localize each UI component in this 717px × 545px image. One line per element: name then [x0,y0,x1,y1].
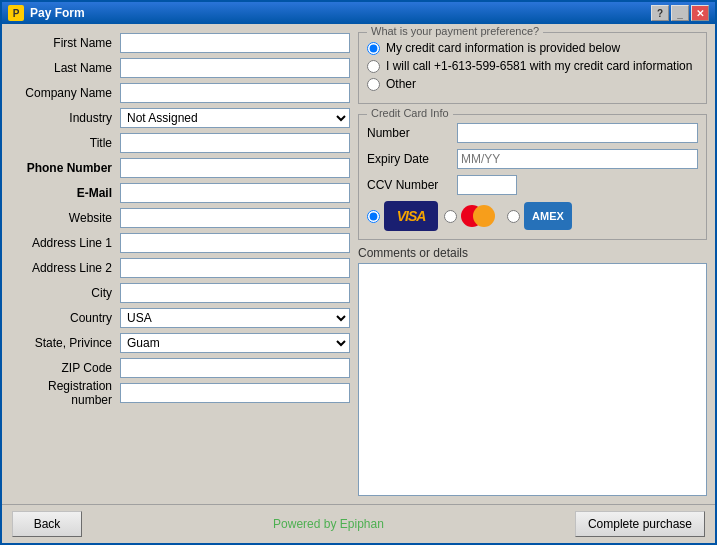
payment-option-3-label: Other [386,77,416,91]
mc-circle-right-icon [473,205,495,227]
first-name-input[interactable] [120,33,350,53]
visa-option: VISA [367,201,438,231]
payment-option-2-row: I will call +1-613-599-6581 with my cred… [367,59,698,73]
help-button[interactable]: ? [651,5,669,21]
first-name-row: First Name [10,32,350,54]
phone-label: Phone Number [10,161,120,175]
cc-ccv-row: CCV Number [367,175,698,195]
city-label: City [10,286,120,300]
payment-preference-group: What is your payment preference? My cred… [358,32,707,104]
title-row: Title [10,132,350,154]
footer: Back Powered by Epiphan Complete purchas… [2,504,715,543]
reg-num-input[interactable] [120,383,350,403]
reg-num-row: Registration number [10,382,350,404]
country-select[interactable]: USA [120,308,350,328]
website-input[interactable] [120,208,350,228]
payment-option-3-row: Other [367,77,698,91]
last-name-row: Last Name [10,57,350,79]
pay-form-window: P Pay Form ? _ ✕ First Name Last Name Co… [0,0,717,545]
state-select[interactable]: Guam [120,333,350,353]
back-button[interactable]: Back [12,511,82,537]
complete-purchase-button[interactable]: Complete purchase [575,511,705,537]
state-row: State, Privince Guam [10,332,350,354]
main-content: First Name Last Name Company Name Indust… [2,24,715,504]
company-name-row: Company Name [10,82,350,104]
country-label: Country [10,311,120,325]
amex-logo: AMEX [524,202,572,230]
phone-input[interactable] [120,158,350,178]
cc-expiry-label: Expiry Date [367,152,457,166]
card-options: VISA AMEX [367,201,698,231]
company-name-label: Company Name [10,86,120,100]
payment-radio-3[interactable] [367,78,380,91]
cc-number-label: Number [367,126,457,140]
comments-textarea[interactable] [358,263,707,496]
comments-label: Comments or details [358,246,707,260]
address1-input[interactable] [120,233,350,253]
address1-row: Address Line 1 [10,232,350,254]
website-row: Website [10,207,350,229]
reg-num-label: Registration number [10,379,120,407]
powered-by-label: Powered by Epiphan [273,517,384,531]
payment-radio-1[interactable] [367,42,380,55]
visa-logo: VISA [384,201,438,231]
zip-input[interactable] [120,358,350,378]
mastercard-option [444,202,501,230]
last-name-input[interactable] [120,58,350,78]
cc-expiry-row: Expiry Date [367,149,698,169]
cc-ccv-input[interactable] [457,175,517,195]
city-row: City [10,282,350,304]
payment-pref-question: What is your payment preference? [367,25,543,37]
window-title: Pay Form [30,6,651,20]
zip-label: ZIP Code [10,361,120,375]
titlebar-buttons: ? _ ✕ [651,5,709,21]
close-button[interactable]: ✕ [691,5,709,21]
credit-card-group: Credit Card Info Number Expiry Date CCV … [358,114,707,240]
amex-radio[interactable] [507,210,520,223]
window-icon: P [8,5,24,21]
industry-label: Industry [10,111,120,125]
payment-option-1-label: My credit card information is provided b… [386,41,620,55]
email-label: E-Mail [10,186,120,200]
cc-number-input[interactable] [457,123,698,143]
zip-row: ZIP Code [10,357,350,379]
company-name-input[interactable] [120,83,350,103]
left-panel: First Name Last Name Company Name Indust… [10,32,350,496]
titlebar: P Pay Form ? _ ✕ [2,2,715,24]
comments-group: Comments or details [358,246,707,496]
website-label: Website [10,211,120,225]
industry-select[interactable]: Not Assigned [120,108,350,128]
payment-option-1-row: My credit card information is provided b… [367,41,698,55]
amex-option: AMEX [507,202,572,230]
address1-label: Address Line 1 [10,236,120,250]
title-input[interactable] [120,133,350,153]
title-label: Title [10,136,120,150]
cc-expiry-input[interactable] [457,149,698,169]
minimize-button[interactable]: _ [671,5,689,21]
payment-option-2-label: I will call +1-613-599-6581 with my cred… [386,59,692,73]
address2-row: Address Line 2 [10,257,350,279]
address2-input[interactable] [120,258,350,278]
email-input[interactable] [120,183,350,203]
address2-label: Address Line 2 [10,261,120,275]
city-input[interactable] [120,283,350,303]
visa-radio[interactable] [367,210,380,223]
last-name-label: Last Name [10,61,120,75]
mastercard-radio[interactable] [444,210,457,223]
first-name-label: First Name [10,36,120,50]
phone-row: Phone Number [10,157,350,179]
state-label: State, Privince [10,336,120,350]
mastercard-logo [461,202,501,230]
country-row: Country USA [10,307,350,329]
industry-row: Industry Not Assigned [10,107,350,129]
right-panel: What is your payment preference? My cred… [358,32,707,496]
cc-number-row: Number [367,123,698,143]
credit-card-group-label: Credit Card Info [367,107,453,119]
cc-ccv-label: CCV Number [367,178,457,192]
payment-radio-2[interactable] [367,60,380,73]
email-row: E-Mail [10,182,350,204]
